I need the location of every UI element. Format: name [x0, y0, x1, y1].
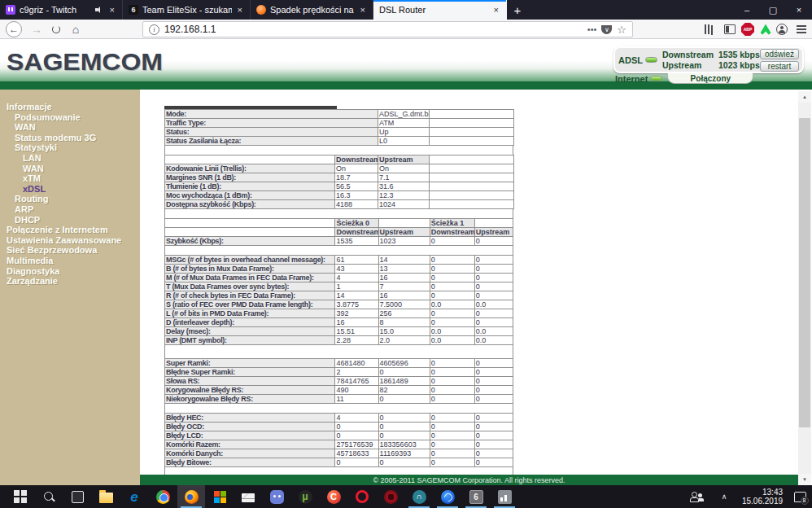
tab-3[interactable]: Spadek prędkości na łączu po n× — [251, 0, 373, 20]
performance-monitor-taskbar-button[interactable] — [491, 485, 518, 508]
stat-value: 0 — [378, 414, 430, 423]
sagemcom-logo: SAGEMCOM — [7, 48, 163, 77]
bookmark-star-icon[interactable]: ☆ — [617, 24, 626, 36]
clock-time: 13:43 — [742, 488, 783, 497]
game-launcher-taskbar-button[interactable] — [377, 485, 404, 508]
opera-taskbar-button[interactable] — [348, 485, 376, 508]
stat-label: L (# of bits in PMD Data Frame): — [165, 309, 335, 318]
browser-titlebar: c9griz - Twitch×6Team EliteSix - szukamy… — [0, 0, 812, 20]
sidebar-item-routing[interactable]: Routing — [0, 194, 140, 204]
clock[interactable]: 13:4315.06.2019 — [737, 485, 788, 508]
sidebar-item-statystyki[interactable]: Statystyki — [0, 142, 140, 153]
firefox-taskbar-button[interactable] — [177, 485, 205, 508]
page-actions-icon[interactable]: ••• — [587, 24, 597, 34]
chevron-up-icon: ∧ — [722, 493, 727, 501]
voice-chat-taskbar-button[interactable]: ∩ — [405, 485, 433, 508]
stat-value: 1535 — [335, 237, 378, 246]
stat-value: 15.51 — [335, 327, 378, 336]
search-taskbar-button[interactable] — [35, 485, 63, 508]
microsoft-store-taskbar-button[interactable] — [206, 485, 234, 508]
stat-label: Komórki Razem: — [165, 440, 335, 449]
stat-label: Niekorygowalne Błędy RS: — [165, 395, 335, 404]
microsoft-store-icon — [214, 491, 226, 503]
minimize-button[interactable]: – — [734, 0, 760, 20]
address-bar[interactable]: i 192.168.1.1 ••• ∨ ☆ — [142, 21, 633, 37]
back-button[interactable]: ← — [3, 20, 24, 39]
restart-button[interactable]: restart — [760, 61, 799, 72]
rate-summary: Downstream 1535 kbps Upstream 1023 kbps — [662, 50, 760, 71]
url-text[interactable]: 192.168.1.1 — [164, 24, 583, 35]
browser-toolbar: ← → ⌂ i 192.168.1.1 ••• ∨ ☆ ABP — [0, 20, 812, 39]
stat-value — [430, 191, 514, 200]
ccleaner-taskbar-button[interactable]: C — [320, 485, 347, 508]
forum-favicon — [256, 5, 266, 15]
maximize-button[interactable]: ▢ — [760, 0, 786, 20]
stat-value: 0 — [335, 458, 378, 467]
tab-4[interactable]: DSL Router× — [373, 0, 507, 20]
action-center-button[interactable]: 8 — [789, 485, 810, 508]
sidebar-item-arp[interactable]: ARP — [0, 204, 140, 215]
forward-button[interactable]: → — [26, 20, 47, 39]
tab-audio-icon[interactable] — [95, 6, 104, 14]
stat-value: 0 — [430, 237, 474, 246]
content-scrollbar[interactable]: ▲ ▼ — [798, 91, 811, 485]
sidebar-item-status-modemu-3g[interactable]: Status modemu 3G — [0, 133, 140, 143]
scrollbar-thumb[interactable] — [799, 118, 810, 427]
sidebar-item-zarz-dzanie[interactable]: Zarządzanie — [0, 276, 140, 287]
sidebar-item-xtm[interactable]: xTM — [0, 173, 140, 184]
scroll-down-arrow[interactable]: ▼ — [798, 474, 811, 485]
stat-value: 0 — [378, 431, 430, 440]
refresh-button[interactable]: odśwież — [760, 49, 799, 59]
sidebar-item-podsumowanie[interactable]: Podsumowanie — [0, 112, 140, 123]
rainbow-six-taskbar-button[interactable]: 6 — [462, 485, 490, 508]
sidebar-item-wan[interactable]: WAN — [0, 164, 140, 174]
task-view-taskbar-button[interactable] — [63, 485, 91, 508]
stat-value: 0 — [335, 423, 378, 431]
stat-value: 0 — [474, 237, 513, 246]
sidebar-item-diagnostyka[interactable]: Diagnostyka — [0, 266, 140, 277]
sidebar-item-wan[interactable]: WAN — [0, 122, 140, 133]
close-button[interactable]: × — [786, 0, 812, 20]
menu-button[interactable] — [791, 20, 812, 39]
scroll-up-arrow[interactable]: ▲ — [798, 91, 811, 103]
tab-2[interactable]: 6Team EliteSix - szukamy graczy× — [123, 0, 251, 20]
sidebar-item-lan[interactable]: LAN — [0, 153, 140, 164]
start-taskbar-button[interactable] — [7, 485, 34, 508]
performance-monitor-icon — [498, 490, 512, 504]
tab-close-icon[interactable]: × — [359, 5, 367, 15]
file-explorer-taskbar-button[interactable] — [92, 485, 120, 508]
mail-taskbar-button[interactable] — [234, 485, 262, 508]
people-button[interactable] — [685, 485, 708, 508]
tray-chevron-button[interactable]: ∧ — [714, 485, 734, 508]
chrome-taskbar-button[interactable] — [149, 485, 177, 508]
sidebar-item-dhcp[interactable]: DHCP — [0, 215, 140, 226]
uplay-taskbar-button[interactable] — [434, 485, 461, 508]
sidebar-item-po-czenie-z-internetem[interactable]: Połączenie z Internetem — [0, 225, 140, 235]
tab-close-icon[interactable]: × — [492, 5, 500, 15]
site-info-icon[interactable]: i — [149, 24, 159, 35]
sidebar-item-sie-bezprzewodowa[interactable]: Sieć Bezprzewodowa — [0, 245, 140, 256]
tab-close-icon[interactable]: × — [236, 5, 244, 15]
sidebar-item-informacje[interactable]: Informacje — [0, 102, 140, 112]
new-tab-button[interactable]: + — [507, 0, 528, 20]
tab-1[interactable]: c9griz - Twitch× — [0, 0, 123, 20]
home-button[interactable]: ⌂ — [65, 20, 86, 39]
library-button[interactable] — [698, 20, 719, 39]
utorrent-taskbar-button[interactable]: µ — [291, 485, 319, 508]
edge-taskbar-button[interactable]: e — [120, 485, 148, 508]
pocket-icon[interactable]: ∨ — [601, 25, 612, 34]
tab-title: Team EliteSix - szukamy graczy — [142, 5, 232, 15]
stat-label: Błędy Bitowe: — [165, 458, 335, 467]
stat-value: 0 — [430, 431, 474, 440]
account-button[interactable] — [771, 20, 792, 39]
stat-value: 0.0 — [430, 300, 474, 309]
stat-value: 16 — [378, 291, 430, 300]
discord-taskbar-button[interactable] — [263, 485, 290, 508]
sidebar-item-multimedia[interactable]: Multimedia — [0, 256, 140, 266]
reload-button[interactable] — [46, 20, 67, 39]
tab-close-icon[interactable]: × — [108, 5, 116, 15]
stat-value — [430, 182, 514, 191]
sidebar-item-xdsl[interactable]: xDSL — [0, 184, 140, 195]
stat-label: M (# of Mux Data Frames in FEC Data Fram… — [165, 274, 335, 282]
sidebar-item-ustawienia-zaawansowane[interactable]: Ustawienia Zaawansowane — [0, 235, 140, 246]
